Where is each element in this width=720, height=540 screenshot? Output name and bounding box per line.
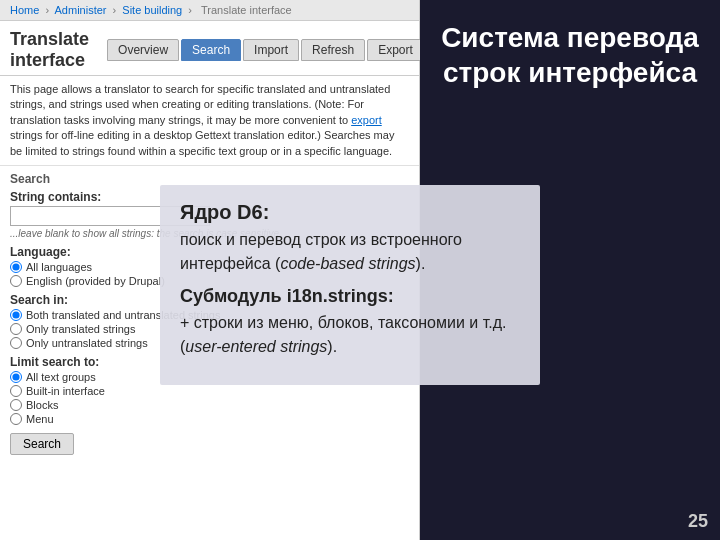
search-in-both-radio[interactable] — [10, 309, 22, 321]
limit-menu-radio[interactable] — [10, 413, 22, 425]
limit-builtin-radio[interactable] — [10, 385, 22, 397]
overlay-text2: + строки из меню, блоков, таксономии и т… — [180, 311, 520, 359]
breadcrumb-current: Translate interface — [201, 4, 292, 16]
limit-menu: Menu — [10, 413, 409, 425]
search-in-translated-label: Only translated strings — [26, 323, 135, 335]
search-section-label: Search — [10, 172, 409, 186]
breadcrumb-administer[interactable]: Administer — [55, 4, 107, 16]
breadcrumb-home[interactable]: Home — [10, 4, 39, 16]
tab-export[interactable]: Export — [367, 39, 424, 61]
limit-all-label: All text groups — [26, 371, 96, 383]
limit-menu-label: Menu — [26, 413, 54, 425]
limit-all-radio[interactable] — [10, 371, 22, 383]
search-in-untranslated-radio[interactable] — [10, 337, 22, 349]
limit-blocks: Blocks — [10, 399, 409, 411]
limit-blocks-label: Blocks — [26, 399, 58, 411]
language-english-label: English (provided by Drupal) — [26, 275, 165, 287]
export-link[interactable]: export — [351, 114, 382, 126]
breadcrumb-site-building[interactable]: Site building — [122, 4, 182, 16]
russian-title: Система перевода строк интерфейса — [420, 0, 720, 105]
overlay-heading: Ядро D6: — [180, 201, 520, 224]
page-title: Translate interface — [10, 29, 89, 71]
overlay-content: Ядро D6: поиск и перевод строк из встрое… — [160, 185, 540, 385]
page-header: Translate interface Overview Search Impo… — [0, 21, 419, 76]
nav-tabs: Overview Search Import Refresh Export — [107, 39, 424, 61]
language-all-radio[interactable] — [10, 261, 22, 273]
tab-overview[interactable]: Overview — [107, 39, 179, 61]
tab-refresh[interactable]: Refresh — [301, 39, 365, 61]
limit-builtin: Built-in interface — [10, 385, 409, 397]
limit-blocks-radio[interactable] — [10, 399, 22, 411]
breadcrumb: Home › Administer › Site building › Tran… — [0, 0, 419, 21]
limit-builtin-label: Built-in interface — [26, 385, 105, 397]
tab-search[interactable]: Search — [181, 39, 241, 61]
search-button[interactable]: Search — [10, 433, 74, 455]
language-all-label: All languages — [26, 261, 92, 273]
overlay-subheading: Субмодуль i18n.strings: — [180, 286, 520, 307]
search-in-untranslated-label: Only untranslated strings — [26, 337, 148, 349]
tab-import[interactable]: Import — [243, 39, 299, 61]
overlay-text1: поиск и перевод строк из встроенного инт… — [180, 228, 520, 276]
page-number: 25 — [688, 511, 708, 532]
page-description: This page allows a translator to search … — [0, 76, 419, 166]
language-english-radio[interactable] — [10, 275, 22, 287]
search-in-translated-radio[interactable] — [10, 323, 22, 335]
